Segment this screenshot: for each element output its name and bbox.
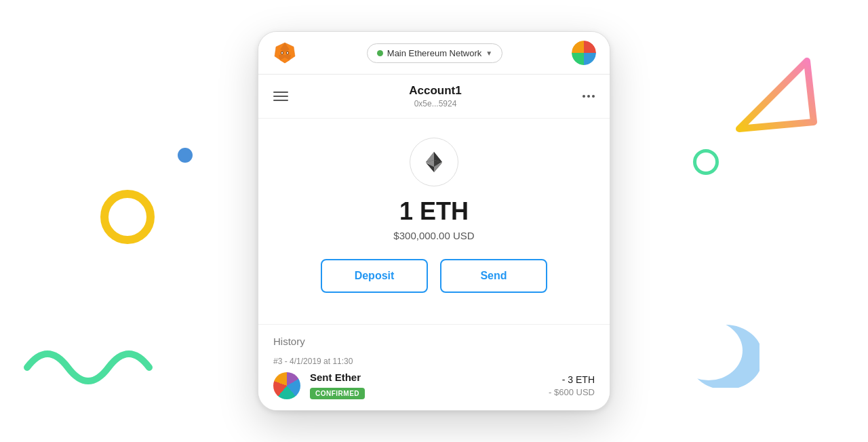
svg-point-0: [688, 325, 760, 388]
chevron-down-icon: ▼: [486, 49, 492, 57]
svg-point-13: [287, 52, 288, 54]
account-address: 0x5e...5924: [409, 99, 461, 108]
transaction-meta: #3 - 4/1/2019 at 11:30: [273, 357, 595, 366]
svg-point-1: [678, 321, 743, 380]
deco-blue-dot: [178, 148, 193, 163]
send-button[interactable]: Send: [440, 259, 547, 293]
svg-point-12: [281, 52, 283, 54]
deco-green-ring: [693, 149, 719, 175]
hamburger-line-2: [273, 96, 288, 97]
phone-body: Main Ethereum Network ▼ Account1 0x5e...…: [258, 31, 610, 411]
transaction-avatar: [273, 372, 300, 399]
account-bar: Account1 0x5e...5924: [258, 75, 610, 119]
eth-logo-circle: [410, 138, 458, 186]
eth-balance: 1 ETH: [279, 197, 589, 226]
more-options-button[interactable]: [583, 95, 595, 98]
deco-blue-crescent: [678, 320, 760, 388]
network-name: Main Ethereum Network: [387, 48, 481, 58]
transaction-eth-amount: - 3 ETH: [549, 374, 595, 385]
eth-icon-wrapper: [279, 138, 589, 186]
network-status-dot: [377, 50, 383, 56]
deco-yellow-ring: [100, 190, 155, 244]
deco-green-squiggle: [20, 334, 156, 388]
metamask-logo-icon: [272, 40, 298, 66]
account-info: Account1 0x5e...5924: [409, 84, 461, 108]
transaction-amounts: - 3 ETH - $600 USD: [549, 374, 595, 397]
dot-3: [592, 95, 595, 98]
network-selector[interactable]: Main Ethereum Network ▼: [367, 43, 502, 63]
phone-container: Main Ethereum Network ▼ Account1 0x5e...…: [258, 31, 610, 411]
transaction-name: Sent Ether: [310, 371, 539, 383]
transaction-status-badge: CONFIRMED: [310, 388, 365, 399]
ethereum-icon: [421, 149, 447, 175]
usd-balance: $300,000.00 USD: [279, 230, 589, 241]
main-content: 1 ETH $300,000.00 USD Deposit Send: [258, 119, 610, 324]
history-section: History #3 - 4/1/2019 at 11:30 Sent Ethe…: [258, 324, 610, 410]
hamburger-line-1: [273, 92, 288, 93]
dot-2: [587, 95, 590, 98]
hamburger-line-3: [273, 100, 288, 101]
deco-triangle-icon: [729, 54, 817, 136]
account-avatar[interactable]: [572, 41, 596, 65]
hamburger-menu-button[interactable]: [273, 92, 288, 101]
action-buttons: Deposit Send: [279, 259, 589, 293]
deposit-button[interactable]: Deposit: [321, 259, 428, 293]
top-bar: Main Ethereum Network ▼: [258, 32, 610, 75]
dot-1: [583, 95, 585, 98]
transaction-details: Sent Ether CONFIRMED: [310, 371, 539, 399]
transaction-row[interactable]: Sent Ether CONFIRMED - 3 ETH - $600 USD: [273, 371, 595, 399]
account-name: Account1: [409, 84, 461, 98]
transaction-usd-amount: - $600 USD: [549, 387, 595, 397]
avatar-image: [572, 41, 596, 65]
history-title: History: [273, 336, 595, 347]
